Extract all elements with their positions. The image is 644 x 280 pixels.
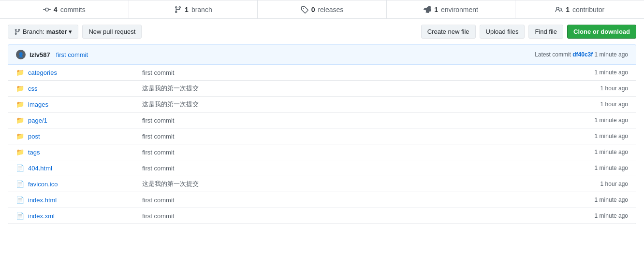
commit-prefix: Latest commit bbox=[535, 51, 571, 58]
file-time: 1 minute ago bbox=[570, 165, 628, 171]
file-name[interactable]: images bbox=[28, 101, 134, 108]
file-name[interactable]: index.xml bbox=[28, 212, 134, 220]
commit-time: 1 minute ago bbox=[595, 51, 628, 58]
commits-icon bbox=[43, 5, 51, 14]
releases-label: releases bbox=[318, 6, 343, 14]
file-name[interactable]: favicon.ico bbox=[28, 181, 134, 188]
commit-message[interactable]: first commit bbox=[56, 51, 88, 58]
avatar-icon: 👤 bbox=[18, 52, 24, 57]
branch-name: master bbox=[46, 28, 67, 35]
table-row: favicon.ico 这是我的第一次提交 1 hour ago bbox=[8, 176, 636, 192]
create-new-file-button[interactable]: Create new file bbox=[421, 25, 476, 39]
toolbar-left: Branch: master ▾ New pull request bbox=[8, 25, 142, 39]
file-name[interactable]: tags bbox=[28, 149, 134, 156]
contributors-label: contributor bbox=[572, 6, 604, 14]
file-icon bbox=[16, 180, 24, 188]
environments-count: 1 bbox=[434, 6, 438, 14]
branches-count: 1 bbox=[185, 6, 189, 14]
file-name[interactable]: css bbox=[28, 85, 134, 92]
table-row: images 这是我的第一次提交 1 hour ago bbox=[8, 97, 636, 112]
file-commit-message: first commit bbox=[134, 165, 570, 172]
contributors-icon bbox=[555, 5, 563, 14]
file-name[interactable]: categories bbox=[28, 69, 134, 76]
folder-icon bbox=[16, 116, 24, 125]
branch-prefix: Branch: bbox=[23, 28, 44, 35]
clone-or-download-button[interactable]: Clone or download bbox=[567, 25, 636, 39]
file-time: 1 hour ago bbox=[570, 181, 628, 187]
environments-stat[interactable]: 1 environment bbox=[387, 0, 516, 18]
file-time: 1 minute ago bbox=[570, 196, 628, 203]
stats-bar: 4 commits 1 branch 0 releases bbox=[0, 0, 644, 19]
file-name[interactable]: index.html bbox=[28, 196, 134, 204]
branch-selector[interactable]: Branch: master ▾ bbox=[8, 25, 78, 39]
upload-files-button[interactable]: Upload files bbox=[480, 25, 525, 39]
commit-author: 👤 lzlv587 first commit bbox=[16, 50, 88, 59]
folder-icon bbox=[16, 68, 24, 77]
toolbar-right: Create new file Upload files Find file C… bbox=[421, 25, 636, 39]
table-row: 404.html first commit 1 minute ago bbox=[8, 160, 636, 176]
table-row: index.html first commit 1 minute ago bbox=[8, 192, 636, 208]
author-name[interactable]: lzlv587 bbox=[29, 51, 50, 58]
branches-icon bbox=[174, 5, 182, 14]
file-name[interactable]: page/1 bbox=[28, 117, 134, 124]
file-table: categories first commit 1 minute ago css… bbox=[8, 65, 636, 224]
file-commit-message: first commit bbox=[134, 133, 570, 140]
file-commit-message: first commit bbox=[134, 149, 570, 156]
commits-count: 4 bbox=[54, 6, 58, 14]
avatar: 👤 bbox=[16, 50, 26, 59]
folder-icon bbox=[16, 148, 24, 156]
latest-commit-bar: 👤 lzlv587 first commit Latest commit df4… bbox=[8, 44, 636, 65]
file-time: 1 minute ago bbox=[570, 212, 628, 219]
table-row: categories first commit 1 minute ago bbox=[8, 65, 636, 81]
file-name[interactable]: 404.html bbox=[28, 165, 134, 172]
file-time: 1 minute ago bbox=[570, 133, 628, 140]
table-row: page/1 first commit 1 minute ago bbox=[8, 112, 636, 128]
file-commit-message: first commit bbox=[134, 212, 570, 220]
folder-icon bbox=[16, 84, 24, 93]
commits-stat[interactable]: 4 commits bbox=[0, 0, 129, 18]
find-file-button[interactable]: Find file bbox=[528, 25, 563, 39]
file-commit-message: 这是我的第一次提交 bbox=[134, 100, 570, 109]
environments-icon bbox=[424, 5, 431, 14]
toolbar: Branch: master ▾ New pull request Create… bbox=[0, 19, 644, 44]
file-time: 1 hour ago bbox=[570, 101, 628, 108]
table-row: post first commit 1 minute ago bbox=[8, 128, 636, 144]
file-name[interactable]: post bbox=[28, 133, 134, 140]
file-icon bbox=[16, 164, 24, 172]
folder-icon bbox=[16, 100, 24, 109]
contributors-stat[interactable]: 1 contributor bbox=[515, 0, 644, 18]
commit-hash[interactable]: df40c3f bbox=[572, 51, 593, 58]
table-row: css 这是我的第一次提交 1 hour ago bbox=[8, 81, 636, 97]
file-time: 1 minute ago bbox=[570, 117, 628, 124]
branches-label: branch bbox=[191, 6, 212, 14]
file-commit-message: 这是我的第一次提交 bbox=[134, 180, 570, 188]
environments-label: environment bbox=[441, 6, 478, 14]
file-commit-message: first commit bbox=[134, 196, 570, 204]
file-commit-message: 这是我的第一次提交 bbox=[134, 84, 570, 93]
file-commit-message: first commit bbox=[134, 117, 570, 124]
new-pull-request-button[interactable]: New pull request bbox=[82, 25, 142, 39]
file-icon bbox=[16, 196, 24, 204]
file-icon bbox=[16, 211, 24, 220]
branches-stat[interactable]: 1 branch bbox=[129, 0, 258, 18]
chevron-down-icon: ▾ bbox=[69, 28, 72, 35]
table-row: tags first commit 1 minute ago bbox=[8, 144, 636, 160]
table-row: index.xml first commit 1 minute ago bbox=[8, 208, 636, 224]
releases-count: 0 bbox=[311, 6, 315, 14]
contributors-count: 1 bbox=[566, 6, 570, 14]
commit-meta: Latest commit df40c3f 1 minute ago bbox=[535, 51, 628, 58]
file-time: 1 minute ago bbox=[570, 149, 628, 155]
file-time: 1 minute ago bbox=[570, 69, 628, 76]
file-commit-message: first commit bbox=[134, 69, 570, 76]
commits-label: commits bbox=[60, 6, 86, 14]
file-time: 1 hour ago bbox=[570, 85, 628, 92]
releases-stat[interactable]: 0 releases bbox=[258, 0, 387, 18]
folder-icon bbox=[16, 132, 24, 140]
releases-icon bbox=[301, 5, 308, 14]
